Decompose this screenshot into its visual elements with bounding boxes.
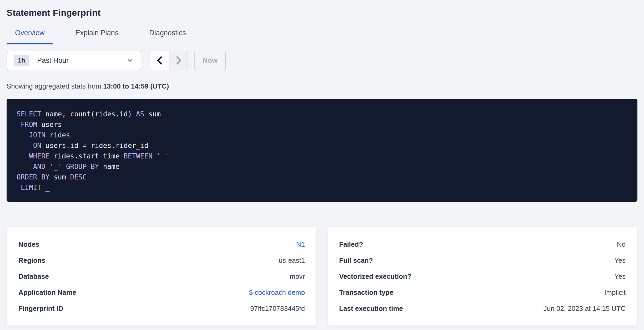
detail-row: Vectorized execution?Yes [339,269,626,285]
statement-details-card-right: Failed?NoFull scan?YesVectorized executi… [327,227,637,326]
detail-value: movr [290,272,305,281]
statement-sql-box: SELECT name, count(rides.id) AS sum FROM… [7,99,637,202]
time-interval-select[interactable]: 1h Past Hour [7,51,141,70]
tab-diagnostics[interactable]: Diagnostics [141,26,194,44]
detail-row: Databasemovr [18,269,305,285]
detail-row: Fingerprint ID97ffc170783445fd [18,301,305,317]
prev-interval-button[interactable] [150,51,169,70]
detail-value: 97ffc170783445fd [250,305,305,313]
detail-row: Last execution timeJun 02, 2023 at 14:15… [339,301,626,317]
detail-row: Full scan?Yes [339,252,626,269]
interval-badge: 1h [14,55,29,66]
chevron-down-icon [126,56,134,64]
detail-value: Yes [615,256,626,265]
detail-value: us-east1 [279,256,305,265]
detail-row: Transaction typeImplicit [339,285,626,301]
detail-label: Last execution time [339,305,403,313]
detail-row: Application Name$ cockroach demo [18,285,305,301]
detail-label: Full scan? [339,256,373,265]
detail-row: Regionsus-east1 [18,252,305,269]
detail-label: Fingerprint ID [18,305,63,313]
detail-value: No [617,240,626,249]
tab-explain-plans[interactable]: Explain Plans [67,26,127,44]
detail-row: NodesN1 [18,236,305,252]
statement-details-card-left: NodesN1Regionsus-east1DatabasemovrApplic… [7,227,317,326]
chevron-right-icon [174,55,183,66]
chevron-left-icon [155,55,164,66]
interval-arrow-group [150,51,188,70]
detail-label: Failed? [339,240,363,249]
next-interval-button[interactable] [169,51,188,70]
detail-label: Application Name [18,288,76,297]
detail-label: Transaction type [339,288,394,297]
detail-cards: NodesN1Regionsus-east1DatabasemovrApplic… [7,227,637,326]
page-title: Statement Fingerprint [7,7,637,18]
now-button[interactable]: Now [194,51,226,70]
tab-overview[interactable]: Overview [7,26,53,44]
detail-value: Implicit [604,288,626,297]
aggregated-stats-caption: Showing aggregated stats from 13:00 to 1… [7,82,637,90]
detail-label: Nodes [18,240,39,249]
tab-bar: OverviewExplain PlansDiagnostics [7,26,644,44]
stats-prefix: Showing aggregated stats from [7,82,103,90]
statement-fingerprint-page: Statement Fingerprint OverviewExplain Pl… [0,0,644,330]
detail-label: Database [18,272,49,281]
detail-row: Failed?No [339,236,626,252]
detail-value-link[interactable]: N1 [296,240,305,249]
detail-label: Vectorized execution? [339,272,411,281]
stats-range: 13:00 to 14:59 (UTC) [103,82,169,90]
detail-value: Yes [615,272,626,281]
detail-label: Regions [18,256,46,265]
interval-label: Past Hour [37,56,126,65]
time-controls: 1h Past Hour Now [7,51,637,70]
detail-value-link[interactable]: $ cockroach demo [249,288,305,297]
detail-value: Jun 02, 2023 at 14:15 UTC [544,305,626,313]
